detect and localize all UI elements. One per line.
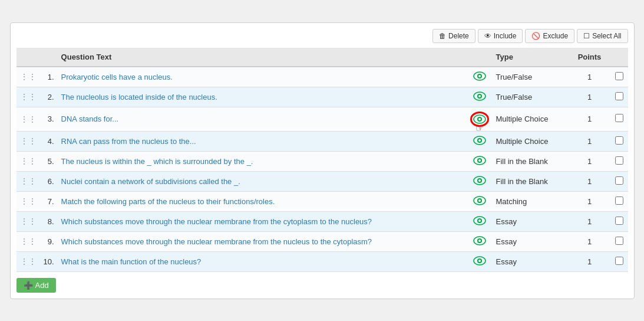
row-number: 1. [40,67,58,87]
drag-handle-icon[interactable]: ⋮⋮ [20,156,37,166]
question-link[interactable]: Prokaryotic cells have a nucleus. [61,73,173,81]
points-cell: 1 [569,251,610,271]
question-text-cell: The nucleus is within the _ which is sur… [58,151,467,171]
row-select-checkbox[interactable] [615,257,623,265]
eye-visibility-icon[interactable] [473,256,486,266]
eye-visibility-icon[interactable] [473,91,486,101]
question-link[interactable]: DNA stands for... [61,114,119,123]
select-cell [610,211,628,231]
drag-handle-icon[interactable]: ⋮⋮ [20,92,37,101]
visibility-cell [467,211,493,231]
drag-handle-icon[interactable]: ⋮⋮ [20,114,37,124]
select-cell [610,131,628,151]
table-row: ⋮⋮6.Nuclei contain a network of subdivis… [16,171,628,191]
svg-point-11 [478,139,481,142]
table-row: ⋮⋮5.The nucleus is within the _ which is… [16,151,628,171]
row-number: 3. [40,107,58,131]
svg-point-17 [478,179,481,182]
row-select-checkbox[interactable] [615,156,623,165]
questions-table: Question Text Type Points ⋮⋮1.Prokaryoti… [16,48,628,272]
table-row: ⋮⋮1.Prokaryotic cells have a nucleus. Tr… [16,67,628,87]
visibility-cell [467,67,493,87]
drag-handle-cell: ⋮⋮ [16,151,40,171]
question-link[interactable]: RNA can pass from the nucleus to the... [61,137,196,146]
question-link[interactable]: Nuclei contain a network of subdivisions… [61,177,240,186]
eye-visibility-icon[interactable] [473,236,486,245]
row-select-checkbox[interactable] [615,196,623,205]
trash-icon: 🗑 [439,32,446,40]
eye-visibility-icon[interactable] [473,196,486,205]
question-text-cell: DNA stands for... [58,107,467,131]
table-body: ⋮⋮1.Prokaryotic cells have a nucleus. Tr… [16,67,628,272]
row-select-checkbox[interactable] [615,114,623,122]
points-cell: 1 [569,191,610,211]
question-link[interactable]: What is the main function of the nucleus… [61,257,202,266]
eye-visibility-icon[interactable] [473,216,486,225]
row-select-checkbox[interactable] [615,72,623,80]
drag-handle-icon[interactable]: ⋮⋮ [20,257,37,266]
question-link[interactable]: The nucleolus is located inside of the n… [61,93,217,101]
row-number: 8. [40,211,58,231]
include-button[interactable]: 👁 Include [478,29,523,43]
select-all-button[interactable]: ☐ Select All [577,29,628,43]
points-cell: 1 [569,171,610,191]
drag-handle-icon[interactable]: ⋮⋮ [20,217,37,226]
svg-point-29 [478,260,481,262]
question-text-cell: Match the following parts of the nucleus… [58,191,467,211]
visibility-cell [467,151,493,171]
row-select-checkbox[interactable] [615,92,623,100]
num-header [40,48,58,67]
checkbox-icon: ☐ [583,32,590,40]
drag-header [16,48,40,67]
drag-handle-cell: ⋮⋮ [16,131,40,151]
drag-handle-cell: ⋮⋮ [16,107,40,131]
row-select-checkbox[interactable] [615,237,623,245]
eye-visibility-icon[interactable] [473,114,486,124]
question-type-cell: True/False [493,87,569,107]
points-cell: 1 [569,211,610,231]
row-select-checkbox[interactable] [615,176,623,185]
eye-visibility-icon[interactable] [473,176,486,185]
drag-handle-icon[interactable]: ⋮⋮ [20,136,37,146]
drag-handle-icon[interactable]: ⋮⋮ [20,176,37,186]
drag-handle-icon[interactable]: ⋮⋮ [20,72,37,81]
question-link[interactable]: Which substances move through the nuclea… [61,217,372,226]
eye-exclude-icon: 🚫 [531,32,540,40]
points-header: Points [569,48,610,67]
svg-point-5 [478,95,481,97]
visibility-cell [467,171,493,191]
select-cell [610,231,628,251]
points-cell: 1 [569,107,610,131]
add-button[interactable]: ➕ Add [16,278,56,293]
delete-button[interactable]: 🗑 Delete [432,29,475,43]
drag-handle-icon[interactable]: ⋮⋮ [20,237,37,246]
visibility-cell [467,87,493,107]
drag-handle-icon[interactable]: ⋮⋮ [20,196,37,206]
question-link[interactable]: Match the following parts of the nucleus… [61,197,275,206]
eye-include-icon: 👁 [484,32,491,40]
table-row: ⋮⋮2.The nucleolus is located inside of t… [16,87,628,107]
points-cell: 1 [569,151,610,171]
eye-visibility-icon[interactable] [473,136,486,145]
table-row: ⋮⋮7.Match the following parts of the nuc… [16,191,628,211]
visibility-cell [467,191,493,211]
select-cell [610,107,628,131]
question-text-cell: Prokaryotic cells have a nucleus. [58,67,467,87]
row-select-checkbox[interactable] [615,136,623,145]
visibility-header [467,48,493,67]
question-text-cell: The nucleolus is located inside of the n… [58,87,467,107]
question-link[interactable]: The nucleus is within the _ which is sur… [61,157,253,166]
select-cell [610,251,628,271]
row-number: 6. [40,171,58,191]
exclude-button[interactable]: 🚫 Exclude [525,29,574,43]
eye-visibility-icon[interactable] [473,156,486,165]
table-row: ⋮⋮8.Which substances move through the nu… [16,211,628,231]
eye-visibility-icon[interactable] [473,71,486,81]
question-text-cell: Which substances move through the nuclea… [58,211,467,231]
question-link[interactable]: Which substances move through the nuclea… [61,237,372,246]
question-type-cell: Essay [493,211,569,231]
drag-handle-cell: ⋮⋮ [16,211,40,231]
row-select-checkbox[interactable] [615,217,623,225]
table-row: ⋮⋮4.RNA can pass from the nucleus to the… [16,131,628,151]
question-type-cell: Essay [493,251,569,271]
